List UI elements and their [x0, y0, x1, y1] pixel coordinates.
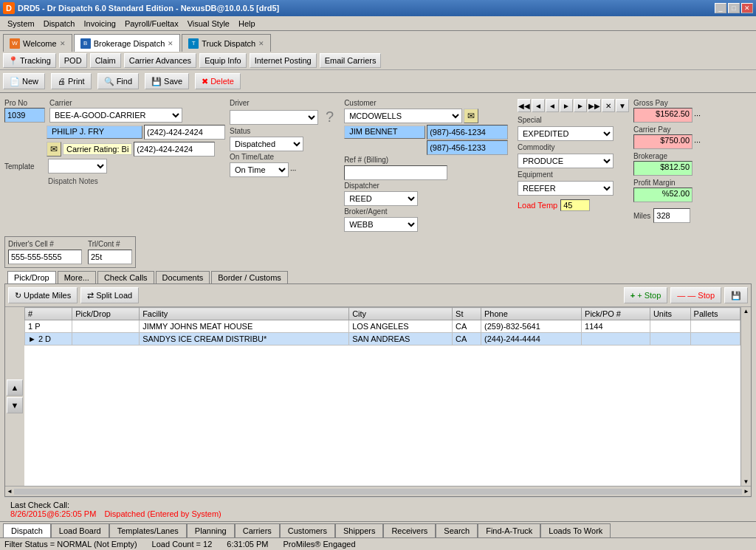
table-row[interactable]: ► 2 D SANDYS ICE CREAM DISTRIBU* SAN AND… — [25, 333, 740, 346]
tab-truck-dispatch[interactable]: T Truck Dispatch ✕ — [182, 34, 271, 52]
last-record-btn[interactable]: ▶▶ — [588, 99, 601, 112]
col-phone: Phone — [481, 308, 582, 320]
customer-contact-btn[interactable]: JIM BENNET — [344, 126, 425, 139]
save-button[interactable]: 💾 Save — [145, 73, 189, 89]
tab-border-customs[interactable]: Border / Customs — [211, 271, 288, 283]
hscroll-left-btn[interactable]: ◄ — [5, 488, 14, 495]
pro-no-input[interactable] — [4, 108, 45, 123]
load-temp-input[interactable] — [560, 199, 590, 211]
customer-email-icon[interactable]: ✉ — [464, 109, 478, 123]
tab-documents[interactable]: Documents — [156, 271, 210, 283]
tab-check-calls[interactable]: Check Calls — [97, 271, 154, 283]
maximize-button[interactable]: □ — [728, 3, 740, 13]
driver-cell-input[interactable] — [8, 250, 82, 264]
prev-btn[interactable]: ◄ — [546, 99, 559, 112]
update-miles-button[interactable]: ↻ Update Miles — [8, 287, 78, 303]
table-row[interactable]: 1 P JIMMY JOHNS MEAT HOUSE LOS ANGELES C… — [25, 320, 740, 333]
driver-question-icon[interactable]: ? — [320, 109, 340, 126]
first-record-btn[interactable]: ◀◀ — [518, 99, 531, 112]
tab-find-a-truck[interactable]: Find-A-Truck — [478, 523, 540, 537]
equip-info-btn[interactable]: Equip Info — [199, 53, 247, 68]
next-record-btn[interactable]: ► — [574, 99, 587, 112]
broker-agent-select[interactable]: WEBB — [344, 217, 418, 232]
status-select[interactable]: Dispatched — [230, 137, 303, 151]
hscroll-right-btn[interactable]: ► — [742, 488, 751, 495]
filter-status: Filter Status = NORMAL (Not Empty) — [4, 540, 137, 549]
dispatcher-select[interactable]: REED — [344, 191, 418, 206]
vscroll-up-btn[interactable]: ▲ — [743, 308, 749, 314]
minimize-button[interactable]: _ — [715, 3, 726, 13]
find-icon: 🔍 — [104, 77, 114, 86]
print-button[interactable]: 🖨 Print — [51, 73, 92, 89]
add-stop-button[interactable]: + + Stop — [624, 287, 668, 303]
delete-button[interactable]: ✖ Delete — [195, 73, 241, 89]
prev-record-btn[interactable]: ◄ — [532, 99, 545, 112]
menu-help[interactable]: Help — [234, 18, 260, 30]
driver-select[interactable] — [230, 110, 318, 125]
ref-billing-label: Ref # (Billing) — [344, 156, 513, 164]
vscroll-down-btn[interactable]: ▼ — [743, 478, 749, 485]
tracking-btn[interactable]: 📍 Tracking — [3, 53, 56, 68]
carrier-phone2-input[interactable] — [134, 142, 215, 157]
truck-close-icon[interactable]: ✕ — [258, 40, 264, 47]
tab-loads-to-work[interactable]: Loads To Work — [540, 523, 611, 537]
claim-btn[interactable]: Claim — [90, 53, 121, 68]
gross-pay-more-btn[interactable]: ··· — [694, 111, 701, 120]
tab-planning[interactable]: Planning — [187, 523, 235, 537]
menu-dispatch[interactable]: Dispatch — [39, 18, 80, 30]
save-stop-button[interactable]: 💾 — [724, 287, 748, 303]
internet-posting-btn[interactable]: Internet Posting — [250, 53, 317, 68]
menu-payroll[interactable]: Payroll/Fueltax — [120, 18, 183, 30]
more-btn[interactable]: ▼ — [616, 99, 629, 112]
tab-pick-drop[interactable]: Pick/Drop — [7, 271, 56, 283]
carrier-contact-btn[interactable]: PHILIP J. FRY — [47, 126, 142, 139]
carrier-email-icon[interactable]: ✉ — [47, 142, 61, 157]
welcome-close-icon[interactable]: ✕ — [60, 40, 66, 47]
menu-system[interactable]: System — [3, 18, 39, 30]
tab-brokerage-dispatch[interactable]: B Brokerage Dispatch ✕ — [74, 34, 181, 52]
carrier-pay-more-btn[interactable]: ··· — [694, 137, 701, 146]
scroll-down-btn[interactable]: ▼ — [7, 397, 23, 413]
tab-search[interactable]: Search — [436, 523, 478, 537]
carrier-advances-btn[interactable]: Carrier Advances — [124, 53, 196, 68]
pod-btn[interactable]: POD — [59, 53, 87, 68]
brokerage-close-icon[interactable]: ✕ — [168, 40, 173, 47]
customer-select[interactable]: MCDOWELLS — [344, 109, 462, 123]
special-select[interactable]: EXPEDITED — [518, 126, 614, 141]
tab-load-board[interactable]: Load Board — [51, 523, 109, 537]
tab-welcome[interactable]: W Welcome ✕ — [3, 34, 72, 52]
close-button[interactable]: ✕ — [741, 3, 753, 13]
on-time-more-btn[interactable]: ··· — [290, 166, 296, 174]
new-button[interactable]: 📄 New — [3, 73, 45, 89]
email-carriers-btn[interactable]: Email Carriers — [320, 53, 382, 68]
split-load-button[interactable]: ⇄ Split Load — [80, 287, 139, 303]
customer-phone2-input[interactable] — [427, 140, 508, 155]
close-record-btn[interactable]: ✕ — [602, 99, 615, 112]
tab-customers[interactable]: Customers — [280, 523, 335, 537]
scroll-up-btn[interactable]: ▲ — [7, 379, 23, 396]
ref-billing-input[interactable] — [344, 165, 447, 180]
tab-dispatch-bottom[interactable]: Dispatch — [3, 523, 51, 537]
menu-invoicing[interactable]: Invoicing — [79, 18, 120, 30]
tab-receivers[interactable]: Receivers — [383, 523, 436, 537]
carrier-select[interactable]: BEE-A-GOOD-CARRIER — [49, 108, 182, 123]
tab-more[interactable]: More... — [58, 271, 96, 283]
remove-stop-button[interactable]: — — Stop — [670, 287, 721, 303]
find-button[interactable]: 🔍 Find — [97, 73, 139, 89]
customer-phone1-input[interactable] — [427, 125, 508, 140]
menu-visual[interactable]: Visual Style — [183, 18, 234, 30]
tracking-icon: 📍 — [8, 56, 18, 66]
trl-cont-input[interactable] — [88, 250, 132, 264]
tab-carriers[interactable]: Carriers — [235, 523, 280, 537]
equipment-select[interactable]: REEFER — [518, 181, 614, 196]
template-select[interactable] — [48, 159, 107, 173]
carrier-phone1-input[interactable] — [144, 125, 225, 140]
next-btn[interactable]: ► — [560, 99, 573, 112]
tab-shippers[interactable]: Shippers — [335, 523, 383, 537]
commodity-select[interactable]: PRODUCE — [518, 154, 614, 168]
tab-templates-lanes[interactable]: Templates/Lanes — [109, 523, 187, 537]
miles-input[interactable] — [653, 208, 690, 223]
on-time-select[interactable]: On Time — [230, 162, 289, 177]
pro-no-label: Pro No — [4, 99, 45, 107]
commodity-label: Commodity — [518, 143, 629, 151]
